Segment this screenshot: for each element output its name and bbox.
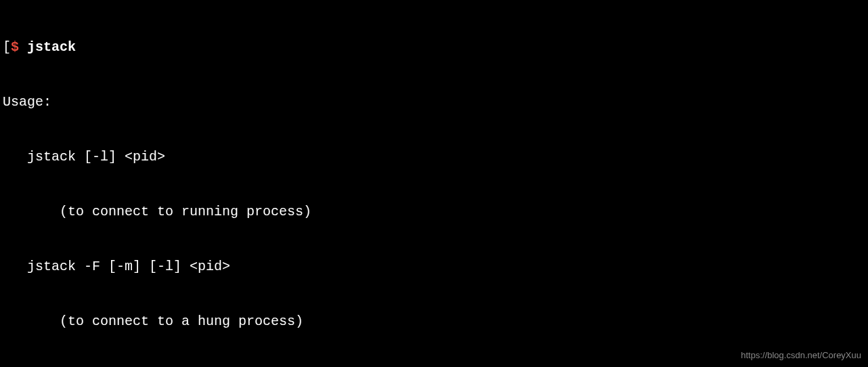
terminal-output: [$ jstack Usage: jstack [-l] <pid> (to c… <box>3 1 865 367</box>
command-input: jstack <box>27 39 76 55</box>
prompt-line[interactable]: [$ jstack <box>3 38 865 56</box>
usage-line: (to connect to running process) <box>3 202 865 221</box>
usage-line: jstack -F [-m] [-l] <pid> <box>3 257 865 276</box>
watermark-text: https://blog.csdn.net/CoreyXuu <box>741 349 861 362</box>
usage-header: Usage: <box>3 93 865 111</box>
usage-line: (to connect to a hung process) <box>3 312 865 330</box>
prompt-bracket: [ <box>3 39 11 55</box>
prompt-dollar: $ <box>11 39 19 55</box>
usage-line: jstack [-l] <pid> <box>3 148 865 166</box>
